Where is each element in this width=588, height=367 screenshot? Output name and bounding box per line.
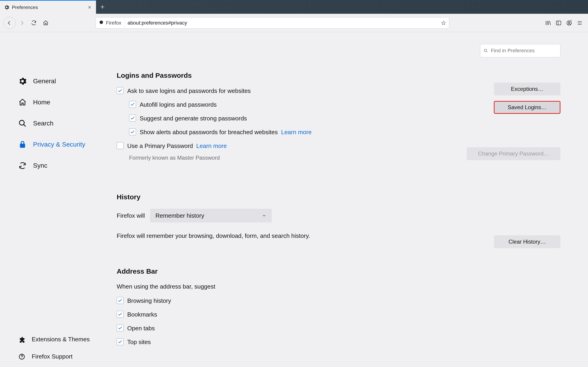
clear-history-button[interactable]: Clear History… [494, 235, 561, 248]
chevron-down-icon [262, 214, 266, 218]
url-input[interactable] [125, 20, 438, 26]
suggest-bookmarks-checkbox[interactable] [117, 311, 124, 318]
svg-rect-5 [20, 144, 25, 148]
change-primary-password-button: Change Primary Password… [467, 147, 561, 160]
back-button[interactable] [3, 17, 16, 29]
sidebar-item-label: Home [33, 99, 50, 106]
autofill-logins-label: Autofill logins and passwords [140, 101, 216, 108]
find-input[interactable] [491, 48, 557, 54]
tab-title: Preferences [12, 5, 85, 10]
tab-preferences[interactable]: Preferences [0, 0, 96, 14]
new-tab-button[interactable] [96, 0, 109, 14]
primary-learn-more-link[interactable]: Learn more [196, 142, 227, 149]
gear-icon [4, 5, 9, 10]
sidebar-item-privacy[interactable]: Privacy & Security [18, 140, 112, 149]
exceptions-button[interactable]: Exceptions… [494, 83, 561, 95]
sidebar-item-label: Sync [33, 162, 47, 169]
close-icon[interactable] [88, 6, 91, 9]
svg-point-4 [19, 120, 24, 125]
sidebar-item-label: Firefox Support [32, 353, 73, 360]
navigation-toolbar: Firefox [0, 14, 588, 32]
url-bar[interactable]: Firefox [95, 17, 449, 29]
sidebar-item-search[interactable]: Search [18, 119, 112, 127]
breach-alerts-checkbox[interactable] [129, 128, 136, 135]
svg-point-3 [569, 22, 570, 23]
primary-password-label: Use a Primary Password Learn more [127, 142, 227, 150]
gear-icon [18, 77, 27, 85]
find-in-preferences[interactable] [480, 44, 561, 57]
identity-box[interactable]: Firefox [96, 17, 125, 28]
breach-learn-more-link[interactable]: Learn more [281, 129, 312, 135]
sync-icon [18, 161, 27, 170]
history-mode-select[interactable]: Remember history [150, 209, 272, 223]
history-heading: History [117, 193, 406, 201]
home-icon [18, 98, 27, 106]
account-button[interactable] [564, 17, 574, 29]
search-icon [18, 119, 27, 127]
history-mode-value: Remember history [156, 212, 204, 219]
suggest-browsing-history-label: Browsing history [127, 297, 171, 304]
library-button[interactable] [543, 17, 553, 29]
history-will-label: Firefox will [117, 212, 145, 219]
home-button[interactable] [40, 17, 52, 29]
preferences-sidebar: General Home Search Privacy & Security S… [0, 32, 117, 367]
help-icon [18, 353, 25, 360]
bookmark-star-button[interactable] [438, 17, 449, 28]
puzzle-icon [18, 336, 25, 343]
suggest-open-tabs-checkbox[interactable] [117, 325, 124, 332]
suggest-passwords-label: Suggest and generate strong passwords [140, 115, 247, 122]
sidebar-button[interactable] [553, 17, 564, 29]
sidebar-item-label: Privacy & Security [33, 141, 85, 148]
notification-dot-icon [570, 19, 572, 21]
svg-rect-1 [556, 21, 561, 25]
addressbar-heading: Address Bar [117, 267, 406, 275]
suggest-passwords-checkbox[interactable] [129, 115, 136, 122]
identity-label: Firefox [106, 20, 121, 26]
svg-point-8 [484, 49, 486, 51]
suggest-bookmarks-label: Bookmarks [127, 311, 157, 318]
preferences-content: Exceptions… Saved Logins… Change Primary… [117, 32, 588, 367]
reload-button[interactable] [28, 17, 40, 29]
sidebar-item-sync[interactable]: Sync [18, 161, 112, 170]
svg-point-7 [22, 358, 22, 358]
logins-heading: Logins and Passwords [117, 72, 406, 79]
search-icon [484, 48, 488, 53]
autofill-logins-checkbox[interactable] [129, 101, 136, 108]
sidebar-item-label: Extensions & Themes [32, 336, 90, 343]
lock-icon [18, 140, 27, 149]
primary-password-checkbox[interactable] [117, 142, 124, 149]
saved-logins-button[interactable]: Saved Logins… [494, 101, 561, 114]
sidebar-item-label: Search [33, 120, 53, 127]
ask-save-logins-checkbox[interactable] [117, 87, 124, 94]
sidebar-item-support[interactable]: Firefox Support [18, 353, 112, 360]
breach-alerts-label: Show alerts about passwords for breached… [140, 128, 312, 136]
sidebar-item-general[interactable]: General [18, 77, 112, 85]
suggest-open-tabs-label: Open tabs [127, 325, 155, 332]
suggest-browsing-history-checkbox[interactable] [117, 297, 124, 304]
sidebar-item-home[interactable]: Home [18, 98, 112, 106]
forward-button [16, 17, 27, 29]
tab-strip: Preferences [0, 0, 588, 14]
sidebar-item-extensions[interactable]: Extensions & Themes [18, 336, 112, 343]
addressbar-subtitle: When using the address bar, suggest [117, 283, 406, 290]
primary-password-note: Formerly known as Master Password [129, 155, 406, 161]
firefox-logo-icon [99, 20, 104, 26]
ask-save-logins-label: Ask to save logins and passwords for web… [127, 87, 251, 94]
suggest-top-sites-checkbox[interactable] [117, 338, 124, 345]
suggest-top-sites-label: Top sites [127, 338, 151, 346]
sidebar-item-label: General [33, 77, 56, 85]
history-description: Firefox will remember your browsing, dow… [117, 232, 337, 240]
app-menu-button[interactable] [575, 17, 585, 29]
